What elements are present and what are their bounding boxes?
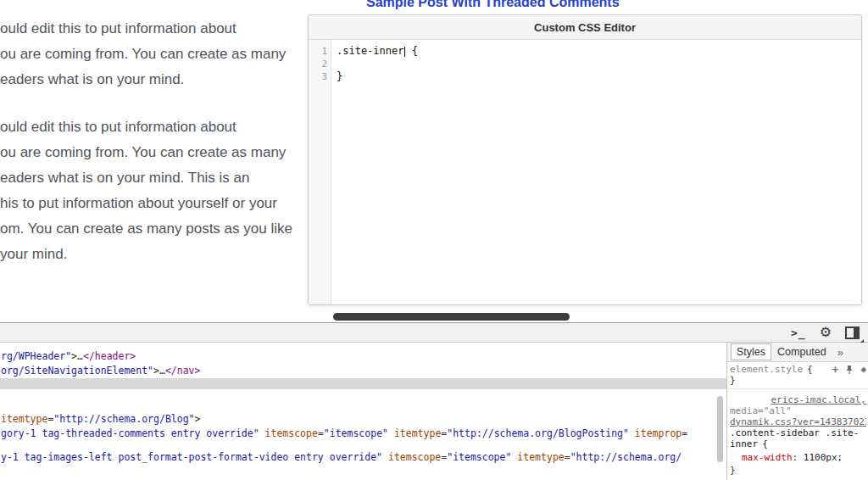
css-code-area[interactable]: 123 .site-inner {} bbox=[309, 40, 861, 304]
custom-css-editor-panel: Custom CSS Editor 123 .site-inner {} bbox=[308, 14, 862, 305]
page-paragraph-2: ould edit this to put information abouto… bbox=[0, 114, 292, 267]
section-divider bbox=[727, 388, 868, 389]
css-code-lines[interactable]: .site-inner {} bbox=[331, 40, 861, 304]
tab-styles[interactable]: Styles bbox=[731, 343, 771, 360]
dock-side-icon[interactable] bbox=[845, 327, 860, 339]
devtools-content: rg/WPHeader">…</header> org/SiteNavigati… bbox=[0, 343, 868, 480]
dom-row[interactable]: org/SiteNavigationElement">…</nav> bbox=[1, 365, 200, 377]
custom-css-editor-title: Custom CSS Editor bbox=[309, 15, 861, 40]
post-title-link[interactable]: Sample Post With Threaded Comments bbox=[366, 0, 620, 10]
media-query-text: media="all" bbox=[730, 405, 866, 416]
open-brace: { bbox=[762, 438, 768, 449]
dom-row[interactable]: gory-1 tag-threaded-comments entry overr… bbox=[1, 427, 687, 439]
tab-computed[interactable]: Computed bbox=[771, 343, 832, 360]
dom-row[interactable]: y-1 tag-images-left post_format-post-for… bbox=[1, 451, 682, 463]
color-diamond-icon[interactable]: ◆ bbox=[860, 364, 866, 375]
screen: Sample Post With Threaded Comments ould … bbox=[0, 0, 868, 480]
close-brace: } bbox=[730, 375, 866, 386]
stylesheet-host-link[interactable]: erics-imac.local, bbox=[771, 394, 866, 405]
rule-selector-text: .content-sidebar .site-inner bbox=[730, 427, 859, 449]
elements-scrollbar-thumb[interactable] bbox=[717, 396, 723, 462]
selected-element-row[interactable] bbox=[0, 378, 726, 389]
styles-pane: element.style { + ◆ } bbox=[727, 362, 868, 480]
pin-icon[interactable] bbox=[845, 365, 854, 375]
dom-row[interactable]: itemtype="http://schema.org/Blog"> bbox=[1, 413, 200, 425]
page-paragraph-1: ould edit this to put information abouto… bbox=[0, 16, 286, 92]
console-drawer-icon[interactable]: >_ bbox=[791, 327, 806, 339]
close-brace: } bbox=[730, 465, 866, 476]
devtools-panel: >_ ⚙ rg/WPHeader">…</header> org/SiteNav… bbox=[0, 322, 868, 480]
line-number-gutter: 123 bbox=[309, 40, 331, 304]
styles-sidebar: Styles Computed » element.style { + bbox=[726, 343, 868, 480]
element-style-section[interactable]: element.style { + ◆ bbox=[730, 364, 866, 375]
horizontal-scrollbar-thumb[interactable] bbox=[333, 313, 570, 321]
rule-selector[interactable]: .content-sidebar .site-inner{ bbox=[730, 427, 864, 449]
more-tabs-icon[interactable]: » bbox=[837, 346, 843, 359]
css-property-name[interactable]: max-width bbox=[742, 452, 804, 463]
css-property-value[interactable]: 1100px bbox=[804, 452, 843, 463]
browser-page: Sample Post With Threaded Comments ould … bbox=[0, 0, 868, 322]
stylesheet-link[interactable]: dynamik.css?ver=143837023 bbox=[730, 416, 866, 427]
dom-row[interactable]: rg/WPHeader">…</header> bbox=[1, 350, 136, 362]
open-brace: { bbox=[807, 364, 813, 375]
elements-tree: rg/WPHeader">…</header> org/SiteNavigati… bbox=[0, 343, 726, 480]
settings-gear-icon[interactable]: ⚙ bbox=[820, 326, 832, 339]
sidebar-tab-bar: Styles Computed » bbox=[727, 343, 868, 362]
stylesheet-host-row: erics-imac.local, bbox=[730, 394, 866, 405]
element-style-selector: element.style bbox=[730, 364, 803, 375]
devtools-toolbar: >_ ⚙ bbox=[0, 322, 868, 343]
dock-side-icon-box bbox=[845, 327, 860, 339]
css-declaration: max-width1100px bbox=[730, 452, 866, 463]
new-style-rule-icon[interactable]: + bbox=[832, 366, 839, 374]
